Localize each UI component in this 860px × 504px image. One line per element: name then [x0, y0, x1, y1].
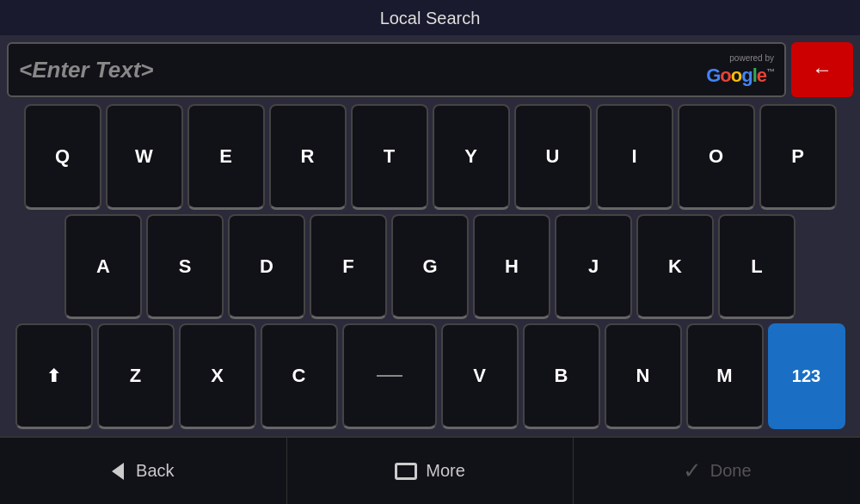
- key-c[interactable]: C: [261, 323, 338, 429]
- key-g[interactable]: G: [391, 214, 469, 320]
- keyboard-row-1: Q W E R T Y U I O P: [7, 104, 853, 210]
- back-arrow-icon: [112, 463, 124, 480]
- key-v[interactable]: V: [441, 323, 519, 429]
- back-button[interactable]: Back: [0, 438, 287, 504]
- search-input-text: <Enter Text>: [19, 57, 154, 83]
- key-u[interactable]: U: [514, 104, 592, 210]
- key-w[interactable]: W: [106, 104, 183, 210]
- search-row: <Enter Text> powered by Google™ ←: [7, 42, 853, 97]
- google-logo: Google™: [706, 65, 774, 87]
- key-n[interactable]: N: [605, 323, 682, 429]
- key-s[interactable]: S: [146, 214, 224, 320]
- backspace-button[interactable]: ←: [791, 42, 853, 97]
- check-icon: ✓: [683, 458, 702, 484]
- keyboard-row-3: ⬆ Z X C V B N M 123: [7, 323, 853, 429]
- back-label: Back: [136, 461, 174, 481]
- key-r[interactable]: R: [269, 104, 347, 210]
- key-j[interactable]: J: [555, 214, 632, 320]
- key-l[interactable]: L: [718, 214, 796, 320]
- google-branding: powered by Google™: [706, 53, 774, 87]
- more-icon: [395, 463, 417, 480]
- key-t[interactable]: T: [351, 104, 428, 210]
- key-y[interactable]: Y: [433, 104, 510, 210]
- search-input-container[interactable]: <Enter Text> powered by Google™: [7, 42, 786, 97]
- key-i[interactable]: I: [596, 104, 673, 210]
- shift-key[interactable]: ⬆: [15, 323, 93, 429]
- done-label: Done: [710, 461, 752, 481]
- keyboard-area: <Enter Text> powered by Google™ ← Q W E …: [0, 35, 860, 436]
- space-key[interactable]: [342, 323, 437, 429]
- key-f[interactable]: F: [310, 214, 387, 320]
- key-o[interactable]: O: [678, 104, 755, 210]
- key-x[interactable]: X: [179, 323, 256, 429]
- key-b[interactable]: B: [523, 323, 600, 429]
- num-key-label: 123: [792, 366, 820, 386]
- num-key[interactable]: 123: [768, 323, 845, 429]
- title-text: Local Search: [380, 9, 481, 28]
- key-m[interactable]: M: [686, 323, 764, 429]
- key-e[interactable]: E: [187, 104, 265, 210]
- space-bar-indicator: [377, 375, 402, 377]
- key-q[interactable]: Q: [24, 104, 101, 210]
- key-p[interactable]: P: [759, 104, 837, 210]
- key-a[interactable]: A: [64, 214, 142, 320]
- more-label: More: [426, 461, 465, 481]
- key-d[interactable]: D: [228, 214, 305, 320]
- key-z[interactable]: Z: [97, 323, 175, 429]
- backspace-icon: ←: [812, 58, 832, 82]
- more-button[interactable]: More: [287, 438, 574, 504]
- bottom-bar: Back More ✓ Done: [0, 436, 860, 504]
- done-button[interactable]: ✓ Done: [574, 438, 860, 504]
- key-k[interactable]: K: [636, 214, 714, 320]
- key-h[interactable]: H: [473, 214, 550, 320]
- keyboard-row-2: A S D F G H J K L: [7, 214, 853, 320]
- keys-container: Q W E R T Y U I O P A S D F G H J K L ⬆: [7, 104, 853, 429]
- page-title: Local Search: [0, 0, 860, 35]
- shift-icon: ⬆: [46, 366, 61, 386]
- powered-by-text: powered by: [729, 53, 774, 63]
